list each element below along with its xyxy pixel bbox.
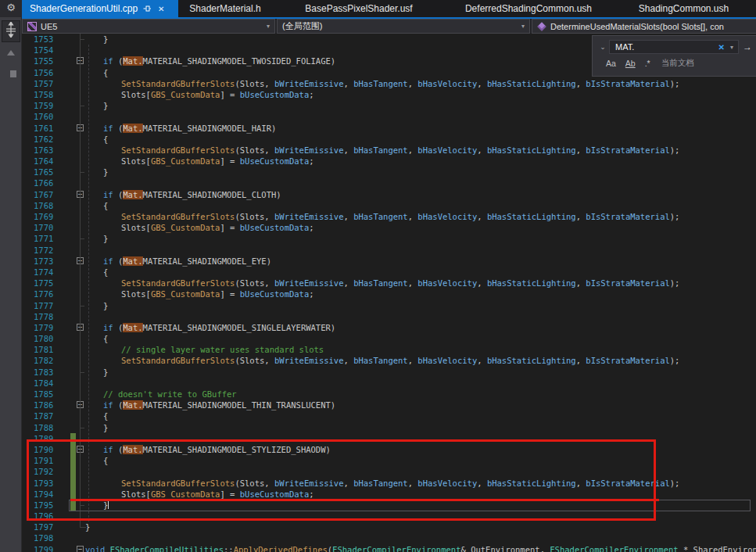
code-line[interactable]: 1769SetStandardGBufferSlots(Slots, bWrit…: [22, 211, 756, 222]
fold-margin: [76, 367, 85, 378]
code-token: ,: [344, 145, 354, 155]
code-token: bUseCustomData: [240, 90, 310, 99]
match-case-toggle[interactable]: Aa: [606, 59, 616, 68]
code-line[interactable]: 1775SetStandardGBufferSlots(Slots, bWrit…: [22, 278, 756, 289]
tab-shadermaterial-h[interactable]: ShaderMaterial.h: [178, 0, 272, 17]
fold-collapse-button[interactable]: −: [76, 189, 85, 200]
line-number: 1776: [34, 289, 57, 299]
code-token: if: [103, 323, 118, 332]
change-tracking-margin: [70, 233, 76, 244]
code-line[interactable]: 1782SetStandardGBufferSlots(Slots, bWrit…: [22, 355, 756, 366]
cpp-project-icon: [27, 22, 37, 31]
code-line[interactable]: 1783}: [22, 367, 756, 378]
find-next-button[interactable]: →: [739, 41, 756, 52]
fold-collapse-button[interactable]: −: [76, 123, 85, 134]
fold-margin: [76, 311, 85, 322]
code-line[interactable]: 1767−if (Mat.MATERIAL_SHADINGMODEL_CLOTH…: [22, 189, 756, 200]
code-token: bWriteEmissive: [274, 79, 344, 88]
change-tracking-margin: [70, 410, 76, 421]
code-token: if: [103, 400, 118, 410]
code-line[interactable]: 1758Slots[GBS_CustomData] = bUseCustomDa…: [22, 89, 756, 100]
code-line[interactable]: 1768{: [22, 200, 756, 211]
code-line[interactable]: 1770Slots[GBS_CustomData] = bUseCustomDa…: [22, 222, 756, 233]
fold-margin: [76, 78, 85, 89]
regex-toggle[interactable]: .*: [645, 59, 650, 68]
tab-basepasspixelshader-usf[interactable]: BasePassPixelShader.usf: [272, 0, 446, 17]
fold-collapse-button[interactable]: −: [76, 56, 85, 66]
code-line[interactable]: 1799−void FShaderCompileUtilities::Apply…: [22, 544, 756, 552]
code-token: bHasTangent: [353, 212, 408, 221]
code-token: }: [103, 101, 108, 110]
code-line[interactable]: 1776Slots[GBS_CustomData] = bUseCustomDa…: [22, 289, 756, 299]
code-line[interactable]: 1757SetStandardGBufferSlots(Slots, bWrit…: [22, 78, 756, 89]
clear-search-icon[interactable]: ✕: [715, 43, 728, 52]
change-tracking-margin: [70, 522, 76, 532]
split-editor-button[interactable]: [2, 20, 20, 42]
code-line[interactable]: 1787{: [22, 410, 756, 421]
code-line[interactable]: 1780{: [22, 333, 756, 344]
code-token: {: [103, 134, 108, 144]
fold-collapse-button[interactable]: −: [76, 544, 85, 552]
tab-deferredshadingcommon-ush[interactable]: DeferredShadingCommon.ush: [446, 0, 611, 17]
code-line[interactable]: 1788}: [22, 422, 756, 433]
code-line[interactable]: 1781// single layer water uses standard …: [22, 344, 756, 355]
code-line[interactable]: 1772: [22, 245, 756, 256]
search-history-chevron-icon[interactable]: ▾: [728, 44, 736, 51]
expand-replace-icon[interactable]: ⌄: [597, 43, 609, 51]
fold-margin: [76, 100, 85, 111]
collapse-minus-icon[interactable]: −: [77, 546, 84, 552]
code-line[interactable]: 1797}: [22, 522, 756, 532]
code-token: bHasVelocity: [417, 212, 477, 221]
project-dropdown[interactable]: UE5 ▾: [22, 19, 275, 34]
code-line[interactable]: 1774{: [22, 267, 756, 278]
code-line[interactable]: 1798: [22, 532, 756, 543]
code-line[interactable]: 1773−if (Mat.MATERIAL_SHADINGMODEL_EYE): [22, 256, 756, 267]
tab-shadergenerationutil-cpp[interactable]: ShaderGenerationUtil.cpp ✕: [22, 0, 178, 17]
change-tracking-margin: [70, 389, 76, 400]
search-scope-label[interactable]: 当前文档: [661, 58, 694, 69]
pin-icon[interactable]: [143, 5, 151, 13]
search-match-highlight: Mat.: [123, 190, 142, 199]
code-line[interactable]: 1785// doesn't write to GBuffer: [22, 389, 756, 400]
close-icon[interactable]: ✕: [158, 5, 164, 13]
code-token: );: [670, 212, 680, 221]
code-line[interactable]: 1762{: [22, 134, 756, 145]
code-line[interactable]: 1779−if (Mat.MATERIAL_SHADINGMODEL_SINGL…: [22, 322, 756, 333]
code-token: MATERIAL_SHADINGMODEL_CLOTH): [143, 190, 281, 199]
code-line[interactable]: 1784: [22, 378, 756, 389]
fold-collapse-button[interactable]: −: [76, 400, 85, 410]
scope-dropdown[interactable]: (全局范围) ▾: [277, 19, 530, 34]
tab-shadingcommon-ush[interactable]: ShadingCommon.ush: [611, 0, 756, 17]
scroll-thumb[interactable]: [10, 70, 16, 77]
find-input[interactable]: MAT. ✕ ▾: [609, 40, 739, 54]
code-token: MATERIAL_SHADINGMODEL_SINGLELAYERWATER): [143, 323, 336, 332]
code-token: ,: [576, 356, 586, 365]
fold-margin: [76, 289, 85, 299]
fold-collapse-button[interactable]: −: [76, 256, 85, 267]
whole-word-toggle[interactable]: Ab: [625, 59, 636, 68]
code-token: bIsStrataMaterial: [586, 212, 669, 221]
fold-margin: [76, 200, 85, 211]
code-line[interactable]: 1763SetStandardGBufferSlots(Slots, bWrit…: [22, 145, 756, 156]
code-line[interactable]: 1759}: [22, 100, 756, 111]
code-line[interactable]: 1778: [22, 311, 756, 322]
code-line[interactable]: 1786−if (Mat.MATERIAL_SHADINGMODEL_THIN_…: [22, 400, 756, 410]
change-tracking-margin: [70, 422, 76, 433]
gear-icon[interactable]: ⚙: [0, 2, 22, 13]
code-line[interactable]: 1771}: [22, 233, 756, 244]
code-line[interactable]: 1765}: [22, 167, 756, 177]
fold-collapse-button[interactable]: −: [76, 322, 85, 333]
code-line[interactable]: 1764Slots[GBS_CustomData] = bUseCustomDa…: [22, 156, 756, 167]
code-line[interactable]: 1777}: [22, 300, 756, 311]
line-number: 1788: [34, 422, 57, 433]
code-line[interactable]: 1760: [22, 111, 756, 122]
code-line[interactable]: 1766: [22, 177, 756, 188]
tab-label: DeferredShadingCommon.ush: [465, 3, 592, 14]
code-token: ;: [309, 289, 314, 299]
code-line[interactable]: 1761−if (Mat.MATERIAL_SHADINGMODEL_HAIR): [22, 123, 756, 134]
fold-margin: [76, 355, 85, 366]
code-token: void: [85, 545, 110, 552]
member-dropdown[interactable]: DetermineUsedMaterialSlots(bool Slots[],…: [532, 19, 756, 34]
scope-name: (全局范围): [282, 20, 322, 32]
scroll-up-icon[interactable]: [7, 50, 15, 56]
